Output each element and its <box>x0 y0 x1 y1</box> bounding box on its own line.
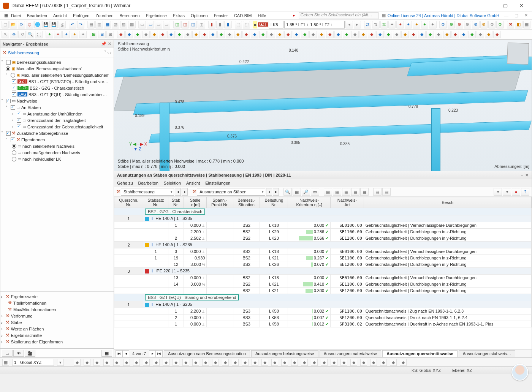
tbtn[interactable]: ⬚ <box>235 21 242 28</box>
tbtn[interactable]: ◆ <box>460 31 467 38</box>
tree-nachweise[interactable]: Nachweise <box>17 99 37 103</box>
tbtn[interactable]: ✦ <box>421 21 428 28</box>
tbtn[interactable]: ▭ <box>155 21 162 28</box>
tbtn[interactable]: ◆ <box>184 31 192 38</box>
ib[interactable]: ▦ <box>293 188 301 196</box>
ib[interactable]: ▦ <box>351 188 359 196</box>
col-header[interactable]: Nachweis-Art <box>331 197 364 208</box>
tbtn[interactable]: ◆ <box>142 31 150 38</box>
tbtn[interactable]: ⊞ <box>98 31 106 38</box>
restore-icon[interactable]: ▫ <box>521 173 523 178</box>
tbtn[interactable]: 🔍 <box>27 31 34 38</box>
tree-item[interactable]: Grenzzustand der Tragfähigkeit <box>27 118 86 123</box>
tbtn[interactable]: ▮ <box>216 21 223 28</box>
tbtn[interactable]: ▨ <box>120 21 127 28</box>
tbtn[interactable]: ◆ <box>209 31 217 38</box>
bottom-btn[interactable]: ◆ <box>192 359 199 366</box>
tbtn[interactable]: ⛶ <box>35 31 43 38</box>
nav-tab-3[interactable]: 🎥 <box>25 350 35 357</box>
tbtn[interactable]: ⬚ <box>243 21 250 28</box>
bottom-btn[interactable]: ◆ <box>311 359 318 366</box>
pm-ansicht[interactable]: Ansicht <box>186 181 200 185</box>
tree-item[interactable]: BS3 - GZT (EQU) - Ständig und vorüber… <box>28 92 107 97</box>
saveall-icon[interactable]: 💾 <box>51 21 58 28</box>
tbtn[interactable]: ⇆ <box>380 21 388 28</box>
col-header[interactable]: Nachweis-Kriterium η [–] <box>288 197 331 208</box>
bottom-btn[interactable]: ◆ <box>400 359 407 366</box>
radio-all[interactable] <box>6 66 10 71</box>
table-row[interactable]: 130.000 ⊥BS2LK18 0.000 ✔SE0100.00Gebrauc… <box>114 248 532 255</box>
tree-item[interactable]: nach maßgebendem Nachweis <box>22 150 80 155</box>
tree-item[interactable]: Zusätzliche Stabergebnisse <box>17 131 68 136</box>
tbtn[interactable]: ◆ <box>251 31 258 38</box>
tbtn[interactable]: ⚙ <box>456 21 463 28</box>
tbtn[interactable]: ✦ <box>396 21 404 28</box>
tbtn[interactable]: ◆ <box>217 31 225 38</box>
tbtn[interactable]: ⚙ <box>464 21 471 28</box>
bottom-btn[interactable]: ◆ <box>301 359 308 366</box>
ib[interactable]: ▤ <box>382 188 391 196</box>
close-icon[interactable]: ✕ <box>108 41 111 46</box>
table-row[interactable]: 20.000 ⊥BS3LK58 0.007 ✔SP1200.00Querschn… <box>114 315 532 321</box>
table-row[interactable]: 10.000 ⊥BS3LK58 0.012 ✔SP3100.02Querschn… <box>114 321 532 327</box>
bottom-btn[interactable]: ◆ <box>271 359 278 366</box>
bottom-btn[interactable]: ◆ <box>153 359 160 366</box>
design-combo[interactable]: Stahlbemessung <box>121 188 174 196</box>
tbtn[interactable]: ▤ <box>87 21 95 28</box>
bottom-btn[interactable]: ◆ <box>133 359 140 366</box>
tree-item[interactable]: Titelinformationen <box>13 301 46 305</box>
tbtn[interactable]: ◆ <box>485 31 492 38</box>
ib[interactable]: ✦ <box>494 188 502 196</box>
menu-extras[interactable]: Extras <box>170 13 187 19</box>
prev2-btn[interactable]: ◂ <box>266 188 272 196</box>
tbtn[interactable]: ✦ <box>429 21 436 28</box>
table-combo[interactable]: Ausnutzungen an Stäben <box>197 188 265 196</box>
radio-sel[interactable] <box>11 73 15 77</box>
tbtn[interactable]: ◆ <box>326 31 334 38</box>
tbtn[interactable]: ◆ <box>468 31 476 38</box>
ib[interactable]: ✦ <box>503 188 511 196</box>
table-row[interactable]: 2.200 ⊥BS2LK29 0.286 ✔SE1100.00Gebrauchs… <box>114 229 532 235</box>
tbtn[interactable]: ◫ <box>181 21 188 28</box>
tree-item[interactable]: Verformung <box>11 314 33 318</box>
new-icon[interactable]: ▢ <box>2 21 9 28</box>
tbtn[interactable]: ◆ <box>134 31 141 38</box>
bottom-btn[interactable]: ◆ <box>321 359 328 366</box>
undo-icon[interactable]: ↶ <box>69 21 76 28</box>
tbtn[interactable]: ▭ <box>138 21 146 28</box>
tree-item[interactable]: BS1 - GZT (STR/GEO) - Ständig und vor… <box>28 79 108 84</box>
menu-einfuegen[interactable]: Einfügen <box>70 13 92 19</box>
results-tab[interactable]: Ausnutzungen querschnittsweise <box>382 350 457 357</box>
redo-icon[interactable]: ↷ <box>77 21 84 28</box>
tbtn[interactable]: ⚙ <box>439 21 446 28</box>
tbtn[interactable]: ◆ <box>226 31 233 38</box>
minimize-button[interactable]: — <box>482 2 497 10</box>
tbtn[interactable]: ▸ <box>354 21 361 28</box>
tbtn[interactable]: ▧ <box>112 21 119 28</box>
col-header[interactable]: Spann.-Punkt Nr. <box>207 197 233 208</box>
tbtn[interactable]: ◆ <box>259 31 267 38</box>
target-icon[interactable]: ◎ <box>26 21 33 28</box>
bottom-btn[interactable]: ◆ <box>212 359 219 366</box>
tree-item[interactable]: Ergebnisschnitte <box>11 333 42 338</box>
view-cube[interactable] <box>507 43 529 65</box>
tbtn[interactable]: ✦ <box>405 21 412 28</box>
tbtn[interactable]: ◆ <box>234 31 242 38</box>
bottom-btn[interactable]: ◆ <box>182 359 189 366</box>
tbtn[interactable]: ⚙ <box>480 21 488 28</box>
menu-datei[interactable]: Datei <box>8 13 24 19</box>
tbtn[interactable]: ▩ <box>128 21 135 28</box>
bottom-btn[interactable]: ◆ <box>331 359 337 366</box>
bottom-btn[interactable]: ◆ <box>252 359 258 366</box>
col-header[interactable]: BelastungNr. <box>260 197 288 208</box>
tbtn[interactable]: ⚙ <box>448 21 455 28</box>
maximize-button[interactable]: ▢ <box>498 2 513 10</box>
tbtn[interactable]: ◆ <box>418 31 426 38</box>
tbtn[interactable]: ⚙ <box>472 21 479 28</box>
tbtn[interactable]: ◆ <box>309 31 317 38</box>
table-row[interactable]: 10.000 ⊥BS2LK18 0.000 ✔SE0100.00Gebrauch… <box>114 222 532 229</box>
next2-btn[interactable]: ▸ <box>273 188 279 196</box>
tbtn[interactable]: ⊞ <box>90 31 97 38</box>
tree-item[interactable]: Werte an Flächen <box>11 327 44 331</box>
check[interactable] <box>12 86 16 90</box>
